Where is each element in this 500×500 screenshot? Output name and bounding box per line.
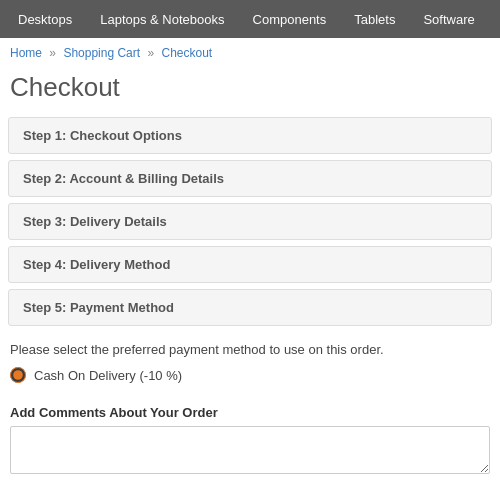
payment-option-cod: Cash On Delivery (-10 %)	[10, 367, 490, 383]
main-nav: Desktops Laptops & Notebooks Components …	[0, 0, 500, 38]
nav-software[interactable]: Software	[409, 0, 488, 38]
step-4-header: Step 4: Delivery Method	[9, 247, 491, 282]
step-5-header: Step 5: Payment Method	[9, 290, 491, 325]
step-3-header: Step 3: Delivery Details	[9, 204, 491, 239]
breadcrumb: Home » Shopping Cart » Checkout	[0, 38, 500, 68]
breadcrumb-home[interactable]: Home	[10, 46, 42, 60]
nav-laptops[interactable]: Laptops & Notebooks	[86, 0, 238, 38]
step-3-section: Step 3: Delivery Details	[8, 203, 492, 240]
step-1-header: Step 1: Checkout Options	[9, 118, 491, 153]
payment-description: Please select the preferred payment meth…	[10, 342, 490, 357]
payment-option-label[interactable]: Cash On Delivery (-10 %)	[34, 368, 182, 383]
comments-label: Add Comments About Your Order	[10, 405, 490, 420]
nav-desktops[interactable]: Desktops	[4, 0, 86, 38]
step-2-header: Step 2: Account & Billing Details	[9, 161, 491, 196]
step-5-section: Step 5: Payment Method	[8, 289, 492, 326]
step-1-section: Step 1: Checkout Options	[8, 117, 492, 154]
payment-radio-cod[interactable]	[10, 367, 26, 383]
breadcrumb-sep2: »	[147, 46, 154, 60]
page-title: Checkout	[0, 68, 500, 117]
comments-section: Add Comments About Your Order	[0, 399, 500, 487]
nav-components[interactable]: Components	[239, 0, 341, 38]
payment-content: Please select the preferred payment meth…	[0, 332, 500, 399]
step-2-section: Step 2: Account & Billing Details	[8, 160, 492, 197]
breadcrumb-current[interactable]: Checkout	[161, 46, 212, 60]
comments-textarea[interactable]	[10, 426, 490, 474]
step-4-section: Step 4: Delivery Method	[8, 246, 492, 283]
nav-tablets[interactable]: Tablets	[340, 0, 409, 38]
breadcrumb-sep1: »	[49, 46, 56, 60]
breadcrumb-cart[interactable]: Shopping Cart	[63, 46, 140, 60]
